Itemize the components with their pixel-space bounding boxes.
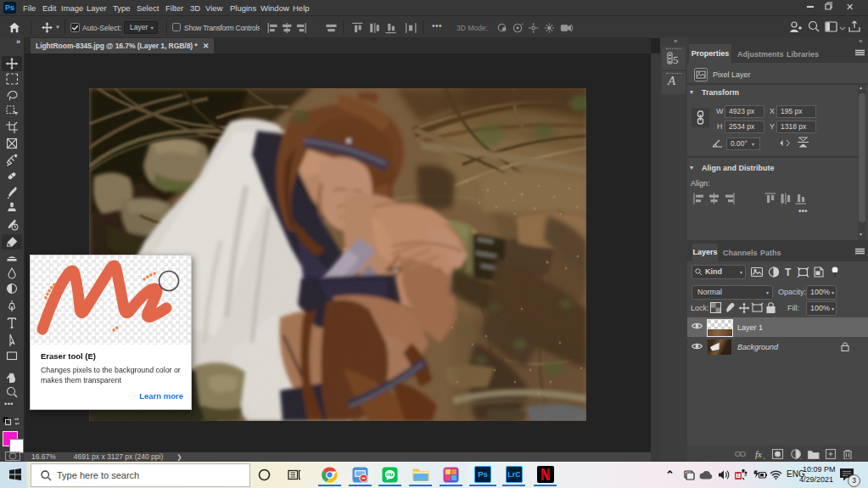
svg-text:5: 5 [673, 53, 679, 66]
svg-text:T: T [785, 266, 792, 278]
svg-text:1: 1 [736, 473, 739, 478]
svg-text:fx: fx [755, 449, 762, 459]
